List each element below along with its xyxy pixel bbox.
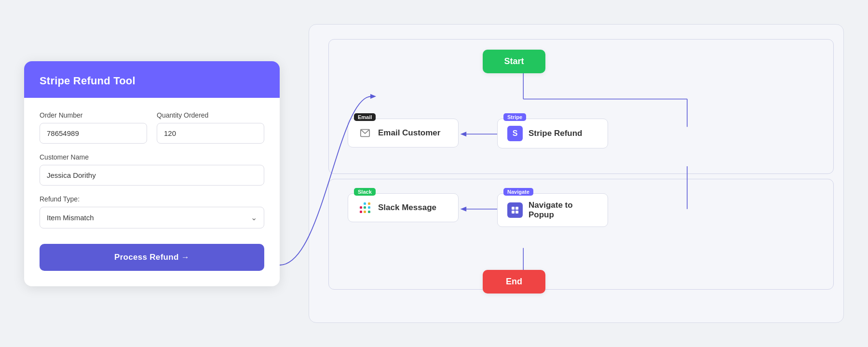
refund-type-value: Item Mismatch	[47, 214, 94, 222]
slack-icon	[358, 200, 372, 215]
email-badge: Email	[354, 113, 376, 121]
slack-badge: Slack	[354, 188, 376, 196]
panel-header: Stripe Refund Tool	[24, 61, 280, 98]
navigate-badge: Navigate	[503, 188, 533, 196]
start-label: Start	[504, 56, 524, 67]
panel-body: Order Number Quantity Ordered Customer N…	[24, 98, 280, 286]
quantity-group: Quantity Ordered	[157, 111, 264, 144]
svg-rect-14	[368, 206, 370, 209]
stripe-refund-label: Stripe Refund	[529, 129, 582, 138]
mail-icon	[358, 126, 372, 140]
customer-name-group: Customer Name	[40, 153, 264, 186]
panel-title: Stripe Refund Tool	[40, 75, 264, 87]
email-customer-node[interactable]: Email Email Customer	[348, 119, 459, 147]
order-number-group: Order Number	[40, 111, 147, 144]
svg-rect-20	[512, 211, 515, 214]
navigate-popup-label: Navigate to Popup	[529, 200, 598, 220]
main-container: Stripe Refund Tool Order Number Quantity…	[24, 19, 844, 328]
start-node: Start	[483, 50, 545, 73]
refund-type-label: Refund Type:	[40, 195, 264, 203]
end-label: End	[506, 277, 522, 287]
svg-rect-16	[368, 211, 370, 213]
slack-message-label: Slack Message	[378, 203, 436, 213]
form-row-order: Order Number Quantity Ordered	[40, 111, 264, 144]
svg-rect-21	[515, 211, 518, 214]
process-refund-button[interactable]: Process Refund →	[40, 244, 264, 271]
svg-rect-17	[368, 202, 370, 205]
stripe-refund-node[interactable]: Stripe S Stripe Refund	[497, 119, 608, 148]
flow-box-top	[328, 39, 834, 174]
stripe-badge: Stripe	[503, 113, 526, 121]
customer-name-label: Customer Name	[40, 153, 264, 161]
refund-type-group: Refund Type: Item Mismatch ⌄	[40, 195, 264, 228]
navigate-popup-node[interactable]: Navigate Navigate to Popup	[497, 193, 608, 227]
chevron-down-icon: ⌄	[251, 213, 257, 222]
svg-rect-10	[360, 206, 362, 209]
quantity-label: Quantity Ordered	[157, 111, 264, 119]
email-customer-label: Email Customer	[378, 128, 440, 138]
order-number-input[interactable]	[40, 123, 147, 144]
svg-rect-15	[360, 211, 362, 213]
quantity-input[interactable]	[157, 123, 264, 144]
slack-message-node[interactable]: Slack Slack Message	[348, 193, 459, 222]
svg-rect-12	[364, 206, 366, 209]
svg-rect-19	[515, 207, 518, 210]
svg-rect-11	[364, 202, 366, 205]
end-node: End	[483, 270, 545, 294]
right-panel: Start Email Email Customer Stripe S Stri…	[309, 24, 844, 323]
customer-name-input[interactable]	[40, 165, 264, 186]
left-panel: Stripe Refund Tool Order Number Quantity…	[24, 61, 280, 286]
navigate-icon	[507, 202, 523, 218]
svg-rect-13	[364, 211, 366, 213]
svg-rect-18	[512, 207, 515, 210]
order-number-label: Order Number	[40, 111, 147, 119]
refund-type-select[interactable]: Item Mismatch ⌄	[40, 207, 264, 228]
stripe-icon: S	[507, 126, 523, 141]
